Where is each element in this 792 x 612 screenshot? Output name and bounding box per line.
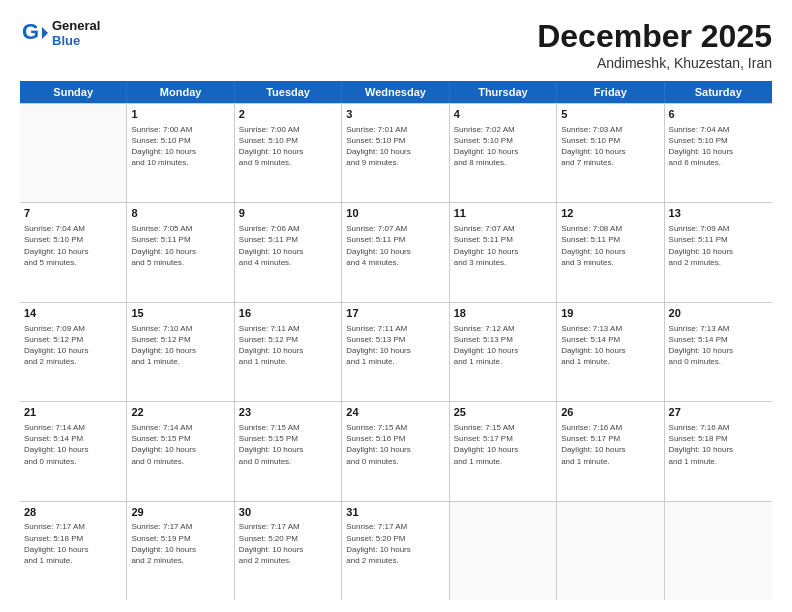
day-number: 8 xyxy=(131,206,229,221)
month-title: December 2025 xyxy=(537,18,772,55)
calendar-header: SundayMondayTuesdayWednesdayThursdayFrid… xyxy=(20,81,772,103)
day-number: 7 xyxy=(24,206,122,221)
calendar-cell xyxy=(557,502,664,600)
day-info: Sunrise: 7:13 AM Sunset: 5:14 PM Dayligh… xyxy=(669,323,768,368)
day-info: Sunrise: 7:15 AM Sunset: 5:15 PM Dayligh… xyxy=(239,422,337,467)
day-number: 3 xyxy=(346,107,444,122)
weekday-header-tuesday: Tuesday xyxy=(235,81,342,103)
calendar-cell: 11Sunrise: 7:07 AM Sunset: 5:11 PM Dayli… xyxy=(450,203,557,301)
day-number: 25 xyxy=(454,405,552,420)
day-number: 10 xyxy=(346,206,444,221)
day-number: 18 xyxy=(454,306,552,321)
day-info: Sunrise: 7:03 AM Sunset: 5:10 PM Dayligh… xyxy=(561,124,659,169)
day-number: 28 xyxy=(24,505,122,520)
weekday-header-wednesday: Wednesday xyxy=(342,81,449,103)
calendar-cell: 27Sunrise: 7:16 AM Sunset: 5:18 PM Dayli… xyxy=(665,402,772,500)
day-info: Sunrise: 7:14 AM Sunset: 5:14 PM Dayligh… xyxy=(24,422,122,467)
weekday-header-friday: Friday xyxy=(557,81,664,103)
weekday-header-monday: Monday xyxy=(127,81,234,103)
day-number: 22 xyxy=(131,405,229,420)
day-number: 14 xyxy=(24,306,122,321)
day-number: 30 xyxy=(239,505,337,520)
day-number: 9 xyxy=(239,206,337,221)
day-number: 20 xyxy=(669,306,768,321)
calendar-cell: 3Sunrise: 7:01 AM Sunset: 5:10 PM Daylig… xyxy=(342,104,449,202)
calendar-cell: 4Sunrise: 7:02 AM Sunset: 5:10 PM Daylig… xyxy=(450,104,557,202)
day-info: Sunrise: 7:07 AM Sunset: 5:11 PM Dayligh… xyxy=(454,223,552,268)
weekday-header-saturday: Saturday xyxy=(665,81,772,103)
day-info: Sunrise: 7:04 AM Sunset: 5:10 PM Dayligh… xyxy=(24,223,122,268)
day-info: Sunrise: 7:13 AM Sunset: 5:14 PM Dayligh… xyxy=(561,323,659,368)
day-info: Sunrise: 7:14 AM Sunset: 5:15 PM Dayligh… xyxy=(131,422,229,467)
day-number: 29 xyxy=(131,505,229,520)
day-number: 27 xyxy=(669,405,768,420)
day-number: 23 xyxy=(239,405,337,420)
calendar-cell: 7Sunrise: 7:04 AM Sunset: 5:10 PM Daylig… xyxy=(20,203,127,301)
calendar-cell: 15Sunrise: 7:10 AM Sunset: 5:12 PM Dayli… xyxy=(127,303,234,401)
calendar-cell xyxy=(450,502,557,600)
calendar-cell: 24Sunrise: 7:15 AM Sunset: 5:16 PM Dayli… xyxy=(342,402,449,500)
calendar-cell: 30Sunrise: 7:17 AM Sunset: 5:20 PM Dayli… xyxy=(235,502,342,600)
day-number: 26 xyxy=(561,405,659,420)
logo-text: General Blue xyxy=(52,18,100,48)
day-info: Sunrise: 7:00 AM Sunset: 5:10 PM Dayligh… xyxy=(131,124,229,169)
calendar-cell: 16Sunrise: 7:11 AM Sunset: 5:12 PM Dayli… xyxy=(235,303,342,401)
calendar-cell xyxy=(665,502,772,600)
calendar-cell: 5Sunrise: 7:03 AM Sunset: 5:10 PM Daylig… xyxy=(557,104,664,202)
calendar-row: 14Sunrise: 7:09 AM Sunset: 5:12 PM Dayli… xyxy=(20,303,772,402)
logo-icon: G xyxy=(20,19,48,47)
day-info: Sunrise: 7:15 AM Sunset: 5:16 PM Dayligh… xyxy=(346,422,444,467)
calendar-cell xyxy=(20,104,127,202)
day-info: Sunrise: 7:09 AM Sunset: 5:12 PM Dayligh… xyxy=(24,323,122,368)
calendar-cell: 9Sunrise: 7:06 AM Sunset: 5:11 PM Daylig… xyxy=(235,203,342,301)
calendar-cell: 12Sunrise: 7:08 AM Sunset: 5:11 PM Dayli… xyxy=(557,203,664,301)
day-number: 24 xyxy=(346,405,444,420)
day-info: Sunrise: 7:12 AM Sunset: 5:13 PM Dayligh… xyxy=(454,323,552,368)
weekday-header-sunday: Sunday xyxy=(20,81,127,103)
day-info: Sunrise: 7:17 AM Sunset: 5:19 PM Dayligh… xyxy=(131,521,229,566)
svg-marker-1 xyxy=(42,27,48,39)
day-info: Sunrise: 7:01 AM Sunset: 5:10 PM Dayligh… xyxy=(346,124,444,169)
calendar-cell: 14Sunrise: 7:09 AM Sunset: 5:12 PM Dayli… xyxy=(20,303,127,401)
calendar-row: 1Sunrise: 7:00 AM Sunset: 5:10 PM Daylig… xyxy=(20,104,772,203)
day-info: Sunrise: 7:05 AM Sunset: 5:11 PM Dayligh… xyxy=(131,223,229,268)
calendar-row: 21Sunrise: 7:14 AM Sunset: 5:14 PM Dayli… xyxy=(20,402,772,501)
day-number: 4 xyxy=(454,107,552,122)
day-info: Sunrise: 7:17 AM Sunset: 5:20 PM Dayligh… xyxy=(239,521,337,566)
calendar-row: 28Sunrise: 7:17 AM Sunset: 5:18 PM Dayli… xyxy=(20,502,772,600)
day-number: 5 xyxy=(561,107,659,122)
title-block: December 2025 Andimeshk, Khuzestan, Iran xyxy=(537,18,772,71)
day-number: 11 xyxy=(454,206,552,221)
day-number: 31 xyxy=(346,505,444,520)
calendar-cell: 19Sunrise: 7:13 AM Sunset: 5:14 PM Dayli… xyxy=(557,303,664,401)
logo: G General Blue xyxy=(20,18,100,48)
day-number: 19 xyxy=(561,306,659,321)
day-info: Sunrise: 7:16 AM Sunset: 5:17 PM Dayligh… xyxy=(561,422,659,467)
calendar-cell: 26Sunrise: 7:16 AM Sunset: 5:17 PM Dayli… xyxy=(557,402,664,500)
calendar-cell: 8Sunrise: 7:05 AM Sunset: 5:11 PM Daylig… xyxy=(127,203,234,301)
calendar-cell: 17Sunrise: 7:11 AM Sunset: 5:13 PM Dayli… xyxy=(342,303,449,401)
calendar-cell: 23Sunrise: 7:15 AM Sunset: 5:15 PM Dayli… xyxy=(235,402,342,500)
day-number: 17 xyxy=(346,306,444,321)
day-info: Sunrise: 7:11 AM Sunset: 5:13 PM Dayligh… xyxy=(346,323,444,368)
day-info: Sunrise: 7:07 AM Sunset: 5:11 PM Dayligh… xyxy=(346,223,444,268)
day-info: Sunrise: 7:10 AM Sunset: 5:12 PM Dayligh… xyxy=(131,323,229,368)
day-number: 16 xyxy=(239,306,337,321)
weekday-header-thursday: Thursday xyxy=(450,81,557,103)
calendar-cell: 13Sunrise: 7:09 AM Sunset: 5:11 PM Dayli… xyxy=(665,203,772,301)
day-info: Sunrise: 7:16 AM Sunset: 5:18 PM Dayligh… xyxy=(669,422,768,467)
calendar: SundayMondayTuesdayWednesdayThursdayFrid… xyxy=(20,81,772,600)
day-info: Sunrise: 7:17 AM Sunset: 5:18 PM Dayligh… xyxy=(24,521,122,566)
day-number: 2 xyxy=(239,107,337,122)
calendar-cell: 28Sunrise: 7:17 AM Sunset: 5:18 PM Dayli… xyxy=(20,502,127,600)
calendar-cell: 2Sunrise: 7:00 AM Sunset: 5:10 PM Daylig… xyxy=(235,104,342,202)
calendar-cell: 22Sunrise: 7:14 AM Sunset: 5:15 PM Dayli… xyxy=(127,402,234,500)
calendar-cell: 25Sunrise: 7:15 AM Sunset: 5:17 PM Dayli… xyxy=(450,402,557,500)
day-info: Sunrise: 7:15 AM Sunset: 5:17 PM Dayligh… xyxy=(454,422,552,467)
calendar-cell: 20Sunrise: 7:13 AM Sunset: 5:14 PM Dayli… xyxy=(665,303,772,401)
calendar-cell: 31Sunrise: 7:17 AM Sunset: 5:20 PM Dayli… xyxy=(342,502,449,600)
day-number: 15 xyxy=(131,306,229,321)
day-info: Sunrise: 7:09 AM Sunset: 5:11 PM Dayligh… xyxy=(669,223,768,268)
calendar-cell: 21Sunrise: 7:14 AM Sunset: 5:14 PM Dayli… xyxy=(20,402,127,500)
calendar-cell: 18Sunrise: 7:12 AM Sunset: 5:13 PM Dayli… xyxy=(450,303,557,401)
